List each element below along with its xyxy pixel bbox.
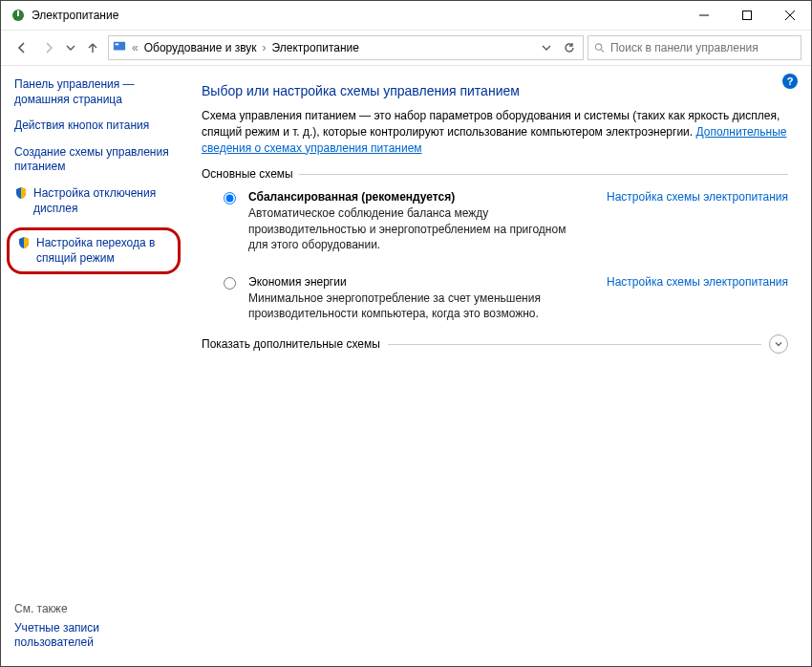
chevron-down-icon (769, 334, 788, 354)
address-dropdown-button[interactable] (537, 43, 556, 53)
recent-locations-button[interactable] (64, 36, 77, 59)
plan-saver-settings-link[interactable]: Настройка схемы электропитания (607, 275, 788, 289)
show-more-label: Показать дополнительные схемы (202, 337, 380, 351)
sidebar-item-label: Учетные записи пользователей (14, 621, 177, 651)
control-panel-icon (113, 40, 126, 56)
plan-balanced-settings-link[interactable]: Настройка схемы электропитания (607, 190, 788, 204)
sidebar-display-off-link[interactable]: Настройка отключения дисплея (14, 186, 177, 216)
chevron-right-icon: › (261, 41, 268, 54)
titlebar: Электропитание (1, 1, 811, 31)
sidebar-see-also-label: См. также (14, 602, 177, 615)
plan-row: Сбалансированная (рекомендуется) Автомат… (219, 190, 788, 252)
sidebar-sleep-link[interactable]: Настройка перехода в спящий режим (7, 227, 181, 274)
shield-icon (14, 186, 28, 204)
plan-balanced-radio[interactable] (224, 192, 236, 204)
plan-saver-title: Экономия энергии (248, 275, 578, 289)
plan-balanced-desc: Автоматическое соблюдение баланса между … (248, 205, 578, 252)
forward-button[interactable] (37, 36, 60, 59)
sidebar-home-link[interactable]: Панель управления — домашняя страница (14, 77, 177, 107)
address-bar[interactable]: « Оборудование и звук › Электропитание (108, 35, 584, 60)
back-button[interactable] (11, 36, 33, 59)
section-main-plans: Основные схемы (202, 167, 788, 181)
maximize-button[interactable] (725, 1, 768, 30)
svg-point-8 (595, 44, 601, 50)
window-title: Электропитание (32, 9, 118, 22)
svg-rect-7 (116, 43, 119, 45)
sidebar-create-plan-link[interactable]: Создание схемы управления питанием (14, 145, 177, 175)
svg-rect-1 (17, 11, 19, 16)
minimize-button[interactable] (682, 1, 725, 30)
svg-rect-3 (742, 11, 751, 20)
help-icon[interactable]: ? (782, 74, 798, 89)
sidebar-item-label: Настройка отключения дисплея (33, 186, 177, 216)
svg-rect-6 (114, 41, 125, 50)
window: Электропитание « Оборудов (0, 0, 812, 667)
breadcrumb-item[interactable]: Электропитание (272, 41, 359, 54)
plan-saver-radio[interactable] (224, 277, 236, 290)
sidebar-item-label: Настройка перехода в спящий режим (36, 236, 170, 266)
sidebar-power-buttons-link[interactable]: Действия кнопок питания (14, 118, 177, 134)
sidebar-home-label: Панель управления — домашняя страница (14, 77, 177, 107)
plan-row: Экономия энергии Минимальное энергопотре… (219, 275, 788, 321)
close-button[interactable] (768, 1, 811, 30)
svg-line-9 (601, 50, 604, 53)
intro-body: Схема управления питанием — это набор па… (202, 109, 780, 139)
plan-balanced-title: Сбалансированная (рекомендуется) (248, 190, 578, 204)
refresh-button[interactable] (560, 42, 579, 54)
breadcrumb-item[interactable]: Оборудование и звук (144, 41, 257, 54)
sidebar-user-accounts-link[interactable]: Учетные записи пользователей (14, 621, 177, 651)
shield-icon (17, 236, 31, 254)
section-label: Основные схемы (202, 167, 293, 181)
app-icon (11, 8, 26, 23)
sidebar-item-label: Действия кнопок питания (14, 118, 149, 134)
show-more-plans[interactable]: Показать дополнительные схемы (202, 334, 788, 354)
search-box[interactable] (588, 35, 801, 60)
plan-saver-desc: Минимальное энергопотребление за счет ум… (248, 290, 578, 321)
search-icon (594, 42, 605, 54)
main-content: ? Выбор или настройка схемы управления п… (182, 66, 811, 666)
sidebar: Панель управления — домашняя страница Де… (1, 66, 182, 666)
search-input[interactable] (609, 40, 795, 55)
up-button[interactable] (81, 36, 104, 59)
page-title: Выбор или настройка схемы управления пит… (202, 83, 788, 98)
breadcrumb-sep-icon: « (130, 41, 140, 54)
nav-row: « Оборудование и звук › Электропитание (1, 31, 811, 66)
intro-text: Схема управления питанием — это набор па… (202, 108, 788, 156)
sidebar-item-label: Создание схемы управления питанием (14, 145, 177, 175)
body: Панель управления — домашняя страница Де… (1, 66, 811, 666)
